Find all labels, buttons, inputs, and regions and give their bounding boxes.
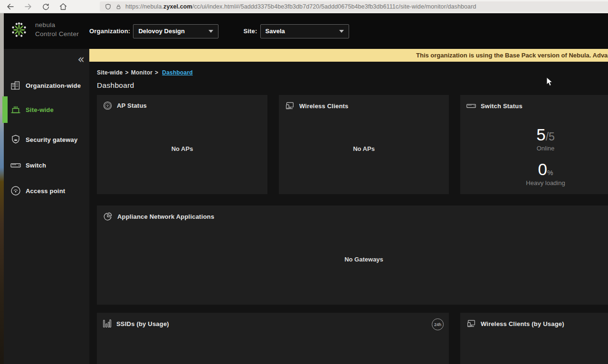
sidebar-item-label: Site-wide [26, 106, 54, 113]
wireless-clients-by-usage-card: Wireless Clients (by Usage) [460, 313, 608, 364]
switch-status-icon [466, 101, 476, 111]
wireless-clients-icon [285, 101, 295, 111]
sidebar-item-label: Access point [26, 187, 65, 195]
app-header: nebula Control Center Organization: Delo… [4, 13, 608, 49]
sidebar: « Organization-wide Site-wide Security g… [4, 49, 89, 364]
browser-home-button[interactable] [58, 2, 68, 11]
chevron-down-icon [209, 30, 213, 33]
ap-status-icon [103, 101, 113, 111]
loading-unit: % [547, 169, 553, 177]
time-range-badge[interactable]: 24h [432, 318, 444, 330]
nebula-logo-icon [10, 21, 28, 38]
reload-icon [42, 3, 50, 11]
wireless-clients-icon [466, 318, 476, 329]
card-title: Switch Status [481, 103, 522, 110]
shield-icon [10, 134, 21, 145]
card-title: AP Status [117, 102, 147, 109]
loading-label: Heavy loading [460, 179, 608, 187]
card-title: Wireless Clients [299, 103, 349, 110]
browser-forward-button[interactable] [23, 2, 33, 11]
sidebar-item-site-wide[interactable]: Site-wide [4, 102, 89, 118]
breadcrumb-dashboard-link[interactable]: Dashboard [162, 69, 192, 76]
sidebar-item-organization-wide[interactable]: Organization-wide [4, 77, 89, 93]
chevron-down-icon [339, 30, 344, 33]
organization-value: Delovoy Design [138, 28, 185, 35]
desktop-wallpaper-strip [0, 13, 4, 364]
license-banner-text: This organization is using the Base Pack… [89, 49, 608, 62]
breadcrumb-site-wide: Site-wide [97, 69, 123, 76]
card-title: Wireless Clients (by Usage) [481, 320, 564, 327]
site-value: Savela [266, 28, 285, 35]
url-text: https://nebula.zyxel.com/cc/ui/index.htm… [125, 3, 476, 10]
card-title: SSIDs (by Usage) [116, 320, 169, 327]
browser-back-button[interactable] [6, 2, 15, 11]
nebula-logo-block: nebula Control Center [10, 21, 79, 39]
switch-loading-stat: 0% Heavy loading [460, 160, 608, 187]
appliance-network-applications-card: Appliance Network Applications No Gatewa… [97, 205, 608, 305]
wireless-clients-card: Wireless Clients No APs [279, 95, 449, 194]
switch-status-card: Switch Status 5/5 Online 0% Heavy loadin… [460, 95, 608, 194]
pie-chart-icon [103, 211, 113, 222]
online-count: 5 [536, 125, 545, 144]
sidebar-item-security-gateway[interactable]: Security gateway [4, 131, 89, 148]
breadcrumb-monitor: Monitor [131, 69, 152, 76]
sidebar-item-access-point[interactable]: Access point [4, 183, 89, 199]
forward-arrow-icon [24, 2, 32, 11]
sidebar-collapse-button[interactable]: « [77, 54, 85, 65]
breadcrumb: Site-wide>Monitor>Dashboard [97, 69, 193, 76]
online-label: Online [460, 145, 608, 152]
bar-chart-icon [103, 318, 112, 329]
empty-state-text: No APs [279, 145, 449, 152]
sidebar-item-switch[interactable]: Switch [4, 157, 89, 173]
online-total: /5 [546, 131, 555, 143]
loading-value: 0 [538, 160, 547, 178]
ap-status-card: AP Status No APs [97, 95, 267, 194]
site-dropdown[interactable]: Savela [260, 24, 349, 38]
home-icon [59, 2, 67, 11]
switch-device-icon [10, 159, 21, 171]
organization-dropdown[interactable]: Delovoy Design [133, 24, 218, 38]
card-title: Appliance Network Applications [117, 213, 214, 220]
ssids-by-usage-card: SSIDs (by Usage) 24h [97, 313, 449, 364]
organization-buildings-icon [10, 80, 21, 91]
sidebar-item-label: Organization-wide [26, 82, 81, 89]
sidebar-item-label: Security gateway [26, 136, 77, 143]
browser-toolbar: https://nebula.zyxel.com/cc/ui/index.htm… [0, 0, 608, 13]
address-bar[interactable]: https://nebula.zyxel.com/cc/ui/index.htm… [100, 1, 608, 12]
tracking-shield-icon[interactable] [104, 3, 112, 10]
back-arrow-icon [6, 2, 15, 11]
organization-label: Organization: [89, 28, 130, 35]
main-content: Site-wide>Monitor>Dashboard Dashboard AP… [89, 62, 608, 364]
site-label: Site: [243, 28, 257, 35]
site-building-icon [10, 104, 21, 115]
screen: https://nebula.zyxel.com/cc/ui/index.htm… [0, 0, 608, 364]
lock-icon[interactable] [115, 3, 122, 10]
browser-reload-button[interactable] [41, 2, 50, 11]
empty-state-text: No APs [97, 145, 267, 152]
switch-online-stat: 5/5 Online [460, 125, 608, 152]
access-point-icon [10, 185, 21, 196]
sidebar-item-label: Switch [26, 162, 46, 169]
brand-name: nebula Control Center [35, 21, 79, 39]
empty-state-text: No Gateways [97, 256, 608, 263]
license-banner: This organization is using the Base Pack… [89, 49, 608, 62]
page-title: Dashboard [97, 81, 134, 90]
